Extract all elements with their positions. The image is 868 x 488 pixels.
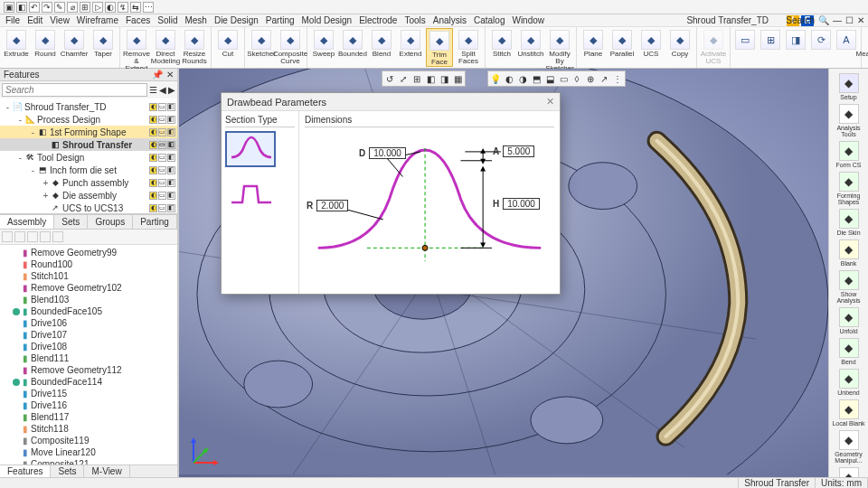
hist-tool[interactable] [40, 231, 51, 242]
next-icon[interactable]: ▶ [168, 85, 175, 95]
menu-die-design[interactable]: Die Design [214, 15, 259, 25]
tab-sets[interactable]: Sets [51, 465, 84, 477]
dialog-close-button[interactable]: ✕ [546, 96, 554, 108]
ribbon-modify-by-sketcher[interactable]: ◆Modify By Sketcher [546, 28, 573, 72]
ribbon-parallel[interactable]: ◆Parallel [609, 28, 636, 58]
ribbon-copy[interactable]: ◆Copy [666, 28, 693, 58]
tree-node[interactable]: -📐Process Design◐▭◧ [0, 113, 177, 126]
history-item[interactable]: ▮BoundedFace105 [0, 305, 177, 317]
tool-die-skin[interactable]: ◆Die Skin [831, 208, 867, 237]
qat-button[interactable]: ⌀ [67, 2, 78, 13]
vp-tool[interactable]: ⬓ [543, 72, 556, 85]
ribbon-measurement[interactable]: ◆Measurement [864, 28, 868, 58]
ribbon-stitch[interactable]: ◆Stitch [488, 28, 515, 58]
menu-window[interactable]: Window [512, 15, 544, 25]
ribbon-bounded[interactable]: ◆Bounded [339, 28, 366, 58]
tab-parting[interactable]: Parting [133, 215, 177, 229]
history-item[interactable]: ▮Blend111 [0, 352, 177, 364]
tree-node[interactable]: -⬒Inch form die set◐▭◧ [0, 164, 177, 176]
search-icon[interactable]: 🔍 [818, 15, 829, 25]
menu-analysis[interactable]: Analysis [433, 15, 467, 25]
tab-groups[interactable]: Groups [88, 215, 133, 229]
ribbon-small-button[interactable]: ▭ [733, 28, 757, 50]
vp-tool[interactable]: ◧ [424, 72, 437, 85]
history-item[interactable]: ▮BoundedFace114 [0, 376, 177, 388]
menu-catalog[interactable]: Catalog [474, 15, 505, 25]
vp-tool[interactable]: 💡 [489, 72, 502, 85]
vp-tool[interactable]: ↺ [383, 72, 396, 85]
qat-button[interactable]: ◐ [105, 2, 116, 13]
ribbon-resize-rounds[interactable]: ◆Resize Rounds [181, 28, 208, 65]
history-item[interactable]: ▮Remove Geometry99 [0, 247, 177, 258]
history-item[interactable]: ▮Drive106 [0, 317, 177, 329]
ribbon-cut[interactable]: ◆Cut [214, 28, 241, 58]
tree-node[interactable]: +◆Die assembly◐▭◧ [0, 189, 177, 202]
orientation-triad[interactable] [184, 436, 221, 472]
features-search-input[interactable] [2, 83, 147, 97]
tool-setup[interactable]: ◆Setup [831, 72, 867, 101]
ribbon-sweep[interactable]: ◆Sweep [310, 28, 337, 58]
qat-button[interactable]: ✎ [54, 2, 65, 13]
history-item[interactable]: ▮Drive116 [0, 399, 177, 411]
ribbon-direct-modeling[interactable]: ◆Direct Modeling [152, 28, 179, 65]
menu-parting[interactable]: Parting [266, 15, 295, 25]
history-item[interactable]: ▮Move Linear120 [0, 446, 177, 458]
vp-tool[interactable]: ◊ [571, 72, 583, 85]
vp-tool[interactable]: ⊕ [584, 72, 597, 85]
vp-tool[interactable]: ↗ [598, 72, 610, 85]
vp-tool[interactable]: ◨ [438, 72, 450, 85]
ribbon-small-button[interactable]: ◨ [784, 28, 807, 50]
tree-node[interactable]: -◧1st Forming Shape◐▭◧ [0, 126, 177, 138]
menu-mesh[interactable]: Mesh [184, 15, 206, 25]
tab-features[interactable]: Features [0, 465, 51, 477]
history-item[interactable]: ▮Blend117 [0, 411, 177, 423]
history-item[interactable]: ▮Composite121 [0, 458, 177, 465]
history-item[interactable]: ▮Drive108 [0, 341, 177, 352]
tree-node[interactable]: ◧Shroud Transfer◐▭◧ [0, 138, 177, 151]
dim-A-value[interactable]: 5.000 [503, 145, 534, 157]
section-type-option-1[interactable] [225, 131, 276, 167]
vp-tool[interactable]: ⬒ [530, 72, 542, 85]
ribbon-blend[interactable]: ◆Blend [368, 28, 395, 58]
ribbon-extrude[interactable]: ◆Extrude [3, 28, 30, 58]
tool-form-cs[interactable]: ◆Form CS [831, 140, 867, 169]
ribbon-remove-extend[interactable]: ◆Remove & Extend [123, 28, 150, 72]
qat-button[interactable]: ▷ [92, 2, 103, 13]
qat-button[interactable]: ↶ [29, 2, 40, 13]
history-item[interactable]: ▮Stitch101 [0, 270, 177, 282]
tool-local-blank[interactable]: ◆Local Blank [831, 399, 867, 427]
ribbon-small-button[interactable]: A [835, 28, 858, 50]
tool-unfold[interactable]: ◆Unfold [831, 306, 867, 335]
qat-button[interactable]: ↯ [118, 2, 128, 13]
history-item[interactable]: ▮Blend103 [0, 294, 177, 305]
mid-tabs[interactable]: AssemblySetsGroupsParting [0, 214, 177, 230]
ribbon-taper[interactable]: ◆Taper [90, 28, 117, 58]
vp-tool[interactable]: ▦ [451, 72, 464, 85]
vp-tool[interactable]: ◑ [516, 72, 529, 85]
ribbon-round[interactable]: ◆Round [32, 28, 59, 58]
ribbon-extend[interactable]: ◆Extend [397, 28, 424, 58]
qat-button[interactable]: ◧ [16, 2, 27, 13]
tool-show-analysis[interactable]: ◆Show Analysis [831, 269, 867, 305]
hist-tool[interactable] [14, 231, 25, 242]
history-item[interactable]: ▮Remove Geometry102 [0, 282, 177, 294]
ribbon-trim-face[interactable]: ◆Trim Face [426, 28, 453, 67]
vp-tool[interactable]: ▭ [557, 72, 570, 85]
tree-node[interactable]: +◆Punch assembly◐▭◧ [0, 176, 177, 189]
tool-forming-shapes[interactable]: ◆Forming Shapes [831, 171, 867, 206]
vp-tool[interactable]: ⋮ [611, 72, 624, 85]
history-item[interactable]: ▮Drive115 [0, 388, 177, 399]
ribbon-composite-curve[interactable]: ◆Composite Curve [277, 28, 304, 65]
model-tree[interactable]: -📄Shroud Transfer_TD◐▭◧-📐Process Design◐… [0, 99, 177, 214]
maximize-button[interactable]: ☐ [845, 15, 854, 25]
history-item[interactable]: ▮Composite119 [0, 435, 177, 446]
menu-edit[interactable]: Edit [27, 15, 42, 25]
prev-icon[interactable]: ◀ [159, 85, 166, 95]
hist-tool[interactable] [2, 231, 13, 242]
menu-tools[interactable]: Tools [404, 15, 425, 25]
close-window-button[interactable]: ✕ [857, 15, 864, 25]
hist-tool[interactable] [27, 231, 38, 242]
qat-button[interactable]: ⋯ [143, 2, 154, 13]
menu-solid[interactable]: Solid [157, 15, 177, 25]
section-type-option-2[interactable] [225, 176, 276, 212]
